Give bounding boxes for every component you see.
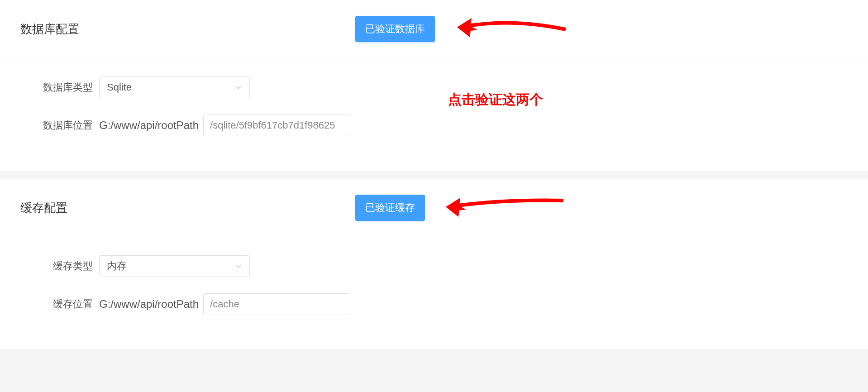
database-path-label: 数据库位置 (20, 119, 93, 132)
cache-config-panel: 缓存配置 已验证缓存 缓存类型 内存 缓存位置 G:/www/api/rootP… (0, 179, 868, 349)
cache-panel-header: 缓存配置 已验证缓存 (0, 179, 868, 237)
database-config-panel: 数据库配置 已验证数据库 数据库类型 Sqlite 数据库位置 G:/www/a… (0, 0, 868, 171)
database-panel-body: 数据库类型 Sqlite 数据库位置 G:/www/api/rootPath (0, 58, 868, 136)
database-config-title: 数据库配置 (20, 21, 355, 37)
database-type-select[interactable]: Sqlite (99, 76, 250, 98)
cache-path-row: 缓存位置 G:/www/api/rootPath (20, 293, 848, 315)
arrow-icon (441, 192, 568, 220)
database-path-row: 数据库位置 G:/www/api/rootPath (20, 115, 848, 136)
cache-type-value: 内存 (107, 259, 127, 273)
cache-type-label: 缓存类型 (20, 259, 93, 273)
database-path-prefix: G:/www/api/rootPath (99, 119, 199, 132)
verify-database-button[interactable]: 已验证数据库 (355, 16, 435, 42)
database-type-label: 数据库类型 (20, 81, 93, 94)
database-type-value: Sqlite (107, 81, 132, 93)
cache-path-prefix: G:/www/api/rootPath (99, 298, 199, 311)
chevron-down-icon (235, 84, 242, 91)
cache-path-label: 缓存位置 (20, 297, 93, 311)
cache-path-input[interactable] (203, 293, 350, 315)
database-path-input[interactable] (203, 115, 350, 136)
cache-type-select[interactable]: 内存 (99, 255, 250, 277)
database-panel-header: 数据库配置 已验证数据库 (0, 0, 868, 58)
cache-type-row: 缓存类型 内存 (20, 255, 848, 277)
svg-marker-1 (446, 198, 466, 217)
verify-cache-button[interactable]: 已验证缓存 (355, 195, 425, 221)
cache-config-title: 缓存配置 (20, 200, 355, 216)
cache-panel-body: 缓存类型 内存 缓存位置 G:/www/api/rootPath (0, 237, 868, 315)
database-type-row: 数据库类型 Sqlite (20, 76, 848, 98)
arrow-icon (453, 14, 570, 41)
chevron-down-icon (235, 263, 242, 270)
svg-marker-0 (457, 18, 477, 37)
